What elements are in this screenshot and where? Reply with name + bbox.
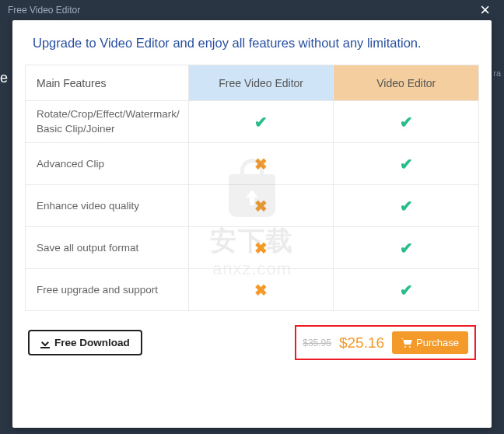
free-download-button[interactable]: Free Download — [28, 330, 142, 355]
check-icon: ✔ — [400, 113, 413, 131]
column-header-features: Main Features — [26, 65, 189, 101]
check-icon: ✔ — [400, 281, 413, 299]
background-fragment-right: ra — [490, 67, 504, 79]
cross-icon: ✖ — [254, 239, 268, 257]
svg-point-1 — [404, 346, 406, 348]
close-icon[interactable]: × — [474, 2, 496, 19]
table-row: Rotate/Crop/Effect/Watermark/ Basic Clip… — [26, 101, 479, 143]
modal-headline: Upgrade to Video Editor and enjoy all fe… — [12, 20, 492, 65]
feature-label: Rotate/Crop/Effect/Watermark/ Basic Clip… — [26, 101, 189, 143]
check-icon: ✔ — [254, 113, 268, 131]
purchase-button[interactable]: Purchase — [392, 331, 468, 354]
download-icon — [40, 338, 50, 348]
feature-label: Advanced Clip — [26, 143, 189, 185]
table-row: Free upgrade and support ✖ ✔ — [26, 269, 479, 311]
original-price: $35.95 — [303, 338, 331, 348]
cart-icon — [401, 338, 412, 348]
price-highlight-box: $35.95 $25.16 Purchase — [295, 325, 476, 360]
column-header-free: Free Video Editor — [188, 65, 334, 101]
modal-footer: Free Download $35.95 $25.16 Purchase — [12, 311, 492, 374]
background-fragment-left: e — [0, 70, 8, 86]
cross-icon: ✖ — [254, 155, 268, 173]
cross-icon: ✖ — [254, 281, 268, 299]
column-header-paid: Video Editor — [334, 65, 479, 101]
svg-point-2 — [409, 346, 411, 348]
check-icon: ✔ — [400, 197, 413, 215]
check-icon: ✔ — [400, 155, 413, 173]
cross-icon: ✖ — [254, 197, 268, 215]
table-row: Advanced Clip ✖ ✔ — [26, 143, 479, 185]
discounted-price: $25.16 — [339, 334, 384, 352]
feature-comparison-table: Main Features Free Video Editor Video Ed… — [25, 65, 479, 311]
feature-label: Save all output format — [26, 227, 189, 269]
feature-label: Enhance video quality — [26, 185, 189, 227]
window-title: Free Video Editor — [8, 5, 80, 16]
check-icon: ✔ — [400, 239, 413, 257]
table-row: Enhance video quality ✖ ✔ — [26, 185, 479, 227]
window-titlebar: Free Video Editor × — [0, 0, 504, 20]
upgrade-modal: Upgrade to Video Editor and enjoy all fe… — [12, 20, 492, 428]
table-row: Save all output format ✖ ✔ — [26, 227, 479, 269]
svg-rect-0 — [40, 347, 50, 348]
feature-label: Free upgrade and support — [26, 269, 189, 311]
